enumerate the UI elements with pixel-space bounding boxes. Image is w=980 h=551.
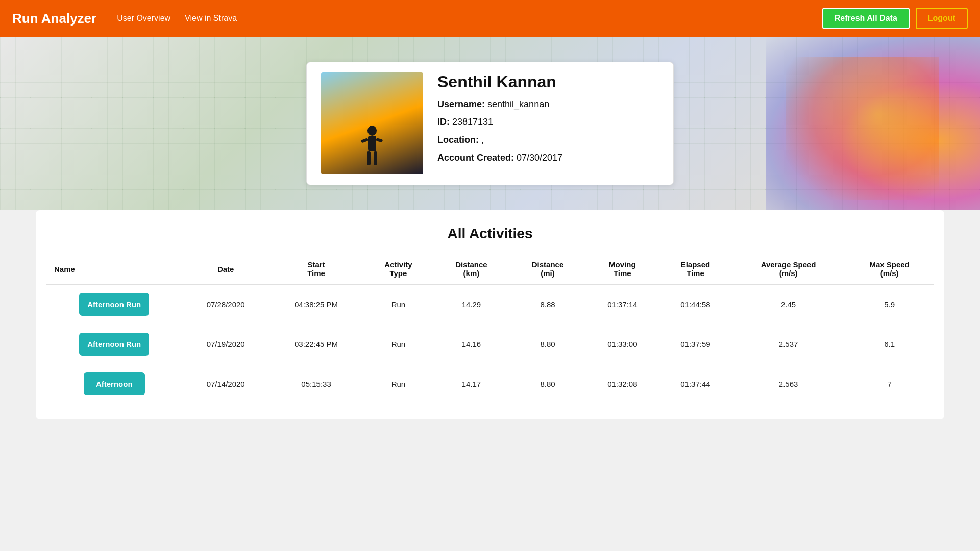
col-header-distance-mi: Distance(mi): [509, 254, 586, 284]
activity-distance-mi: 8.80: [509, 324, 586, 364]
svg-rect-5: [376, 138, 383, 142]
profile-silhouette: [357, 123, 387, 169]
activity-elapsed-time: 01:37:44: [659, 364, 732, 404]
activity-distance-mi: 8.80: [509, 364, 586, 404]
col-header-date: Date: [182, 254, 268, 284]
activity-elapsed-time: 01:37:59: [659, 324, 732, 364]
activity-moving-time: 01:32:08: [586, 364, 659, 404]
activity-activity-type: Run: [363, 284, 433, 324]
activity-max-speed: 7: [845, 364, 934, 404]
svg-rect-1: [368, 136, 376, 151]
activity-avg-speed: 2.45: [732, 284, 845, 324]
activity-date: 07/14/2020: [182, 364, 268, 404]
col-header-distance-km: Distance(km): [433, 254, 510, 284]
activities-table: Name Date StartTime ActivityType Distanc…: [46, 254, 934, 404]
activities-tbody: Afternoon Run07/28/202004:38:25 PMRun14.…: [46, 284, 934, 404]
activity-name-button[interactable]: Afternoon: [84, 372, 145, 395]
activity-distance-km: 14.29: [433, 284, 510, 324]
refresh-all-data-button[interactable]: Refresh All Data: [822, 8, 910, 29]
activity-distance-km: 14.17: [433, 364, 510, 404]
svg-rect-3: [374, 151, 377, 165]
profile-location: Location: ,: [437, 133, 562, 147]
activity-activity-type: Run: [363, 364, 433, 404]
activity-start-time: 05:15:33: [269, 364, 363, 404]
view-in-strava-link[interactable]: View in Strava: [185, 14, 237, 23]
svg-rect-4: [361, 138, 369, 143]
col-header-moving-time: MovingTime: [586, 254, 659, 284]
activity-moving-time: 01:33:00: [586, 324, 659, 364]
col-header-activity-type: ActivityType: [363, 254, 433, 284]
table-header: Name Date StartTime ActivityType Distanc…: [46, 254, 934, 284]
profile-name: Senthil Kannan: [437, 72, 562, 91]
activity-avg-speed: 2.537: [732, 324, 845, 364]
col-header-avg-speed: Average Speed(m/s): [732, 254, 845, 284]
activity-elapsed-time: 01:44:58: [659, 284, 732, 324]
profile-info: Senthil Kannan Username: senthil_kannan …: [437, 72, 562, 174]
table-header-row: Name Date StartTime ActivityType Distanc…: [46, 254, 934, 284]
activity-name-cell: Afternoon: [46, 364, 182, 404]
table-row: Afternoon07/14/202005:15:33Run14.178.800…: [46, 364, 934, 404]
activity-date: 07/19/2020: [182, 324, 268, 364]
activity-moving-time: 01:37:14: [586, 284, 659, 324]
activity-start-time: 04:38:25 PM: [269, 284, 363, 324]
activity-max-speed: 5.9: [845, 284, 934, 324]
activity-distance-mi: 8.88: [509, 284, 586, 324]
navbar: Run Analyzer User Overview View in Strav…: [0, 0, 980, 37]
hero-section: Senthil Kannan Username: senthil_kannan …: [0, 37, 980, 210]
activity-activity-type: Run: [363, 324, 433, 364]
hero-splash2-decoration: [786, 57, 939, 200]
svg-rect-2: [367, 151, 371, 165]
activities-title: All Activities: [46, 226, 934, 242]
activity-date: 07/28/2020: [182, 284, 268, 324]
activity-name-cell: Afternoon Run: [46, 284, 182, 324]
profile-username: Username: senthil_kannan: [437, 97, 562, 111]
activity-avg-speed: 2.563: [732, 364, 845, 404]
col-header-max-speed: Max Speed(m/s): [845, 254, 934, 284]
svg-point-0: [368, 126, 377, 136]
user-overview-link[interactable]: User Overview: [117, 14, 170, 23]
col-header-elapsed-time: ElapsedTime: [659, 254, 732, 284]
table-row: Afternoon Run07/19/202003:22:45 PMRun14.…: [46, 324, 934, 364]
table-row: Afternoon Run07/28/202004:38:25 PMRun14.…: [46, 284, 934, 324]
activity-distance-km: 14.16: [433, 324, 510, 364]
profile-card: Senthil Kannan Username: senthil_kannan …: [306, 62, 674, 185]
col-header-start-time: StartTime: [269, 254, 363, 284]
activity-name-button[interactable]: Afternoon Run: [79, 293, 149, 316]
profile-id: ID: 23817131: [437, 115, 562, 129]
activity-name-cell: Afternoon Run: [46, 324, 182, 364]
main-content: All Activities Name Date StartTime Activ…: [36, 210, 944, 419]
profile-account-created: Account Created: 07/30/2017: [437, 151, 562, 165]
avatar: [321, 72, 423, 174]
app-brand: Run Analyzer: [12, 11, 96, 27]
activity-max-speed: 6.1: [845, 324, 934, 364]
col-header-name: Name: [46, 254, 182, 284]
activity-start-time: 03:22:45 PM: [269, 324, 363, 364]
activity-name-button[interactable]: Afternoon Run: [79, 333, 149, 356]
logout-button[interactable]: Logout: [916, 8, 968, 29]
